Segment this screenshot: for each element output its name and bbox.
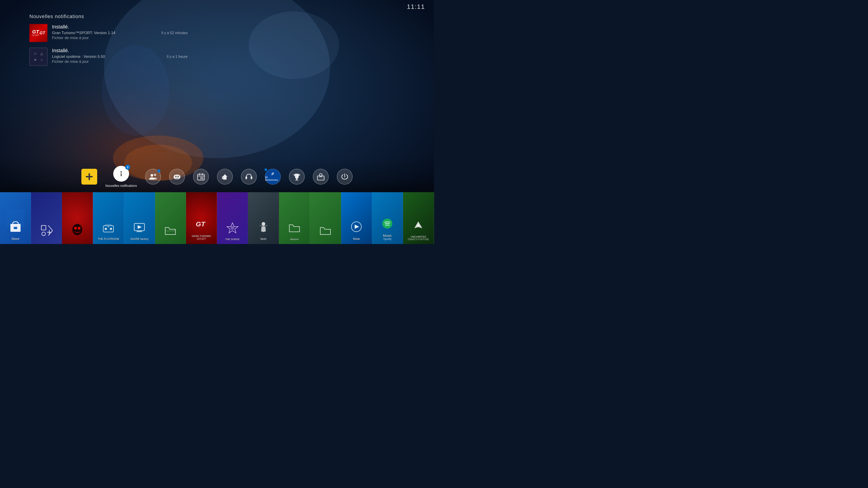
friends-online-dot	[157, 169, 160, 172]
func-item-power[interactable]	[333, 166, 357, 187]
trophy-icon	[289, 169, 305, 185]
the-surge-icon	[226, 222, 239, 236]
svg-point-15	[154, 174, 156, 176]
game-tile-gran-turismo[interactable]: GT GRAN TURISMO SPORT	[186, 192, 217, 244]
notif-icon-ps: □ △ ✕ ○	[29, 48, 48, 66]
game-tile-share-factory[interactable]: SHARE factory	[124, 192, 155, 244]
notifications-label: Nouvelles notifications	[105, 184, 137, 188]
notif-time-system: Il y a 1 heure	[167, 55, 188, 59]
game-tile-the-surge[interactable]: THE SURGE	[217, 192, 248, 244]
nioh-label: NioH	[260, 237, 267, 240]
svg-point-41	[74, 227, 77, 230]
svg-marker-57	[355, 225, 359, 229]
notif-subtitle-system: Logiciel système : Version 5.50	[52, 55, 162, 59]
svg-rect-25	[246, 176, 247, 179]
notification-item-system[interactable]: □ △ ✕ ○ Installé. Logiciel système : Ver…	[29, 48, 188, 66]
svg-text:31: 31	[200, 176, 204, 180]
notif-time-gt: Il y a 52 minutes	[161, 31, 188, 35]
func-item-toolbox[interactable]	[309, 166, 333, 187]
svg-rect-28	[295, 180, 298, 181]
notifications-badge: 2	[125, 165, 130, 170]
func-item-trophy[interactable]	[285, 166, 309, 187]
game-bar: Store	[0, 192, 434, 244]
function-bar: i 2 Nouvelles notifications	[0, 164, 434, 190]
notif-title-system: Installé.	[52, 48, 162, 54]
svg-rect-10	[86, 176, 93, 177]
svg-rect-46	[108, 226, 109, 227]
notif-subtitle-gt: Gran Turismo™SPORT: Version 1.14	[52, 31, 157, 35]
horizon-folder-icon	[288, 222, 301, 236]
game-tile-ps-now[interactable]: Now	[341, 192, 372, 244]
ps-shapes: □ △ ✕ ○	[30, 48, 47, 65]
persona5-icon	[70, 223, 84, 239]
ps-music-label: Music	[383, 234, 392, 237]
folder1-icon	[164, 224, 177, 239]
func-item-friends[interactable]	[141, 166, 165, 187]
svg-point-17	[175, 176, 177, 177]
game-tile-folder1[interactable]	[155, 192, 186, 244]
share-factory-label: SHARE factory	[130, 237, 149, 240]
svg-rect-49	[136, 231, 142, 232]
playroom-label: THE PLAYROOM	[98, 237, 119, 240]
whats-new-icon	[169, 169, 185, 185]
store-label: Store	[11, 237, 20, 240]
svg-point-12	[121, 171, 122, 173]
ps-music-sub: Spotify	[383, 237, 392, 240]
ps-now-icon	[350, 221, 363, 235]
ps-shape-square: □	[33, 51, 38, 56]
svg-point-5	[249, 11, 339, 79]
anniversary-dot	[265, 168, 267, 171]
svg-point-18	[178, 176, 179, 177]
ps-shapes-icon	[40, 224, 53, 239]
game-tile-store[interactable]: Store	[0, 192, 31, 244]
ps-now-bg	[341, 192, 372, 244]
playroom-icon	[102, 221, 115, 236]
func-item-psplus[interactable]	[77, 166, 101, 187]
psplus-icon	[81, 169, 97, 185]
svg-rect-35	[14, 227, 17, 229]
gran-turismo-label: GRAN TURISMO	[192, 235, 211, 237]
func-item-calendar[interactable]: 31	[189, 166, 213, 187]
game-tile-ps-music[interactable]: Music Spotify	[372, 192, 403, 244]
svg-point-45	[110, 228, 112, 230]
svg-point-42	[78, 227, 81, 230]
svg-rect-26	[251, 176, 252, 179]
svg-text:GT: GT	[196, 220, 206, 228]
store-icon	[9, 221, 22, 235]
svg-rect-27	[296, 179, 298, 180]
notifications-panel: Nouvelles notifications GT SPORT Install…	[29, 13, 188, 71]
game-tile-ps-menu[interactable]	[31, 192, 62, 244]
func-item-anniversary[interactable]: P 20 Anniversary	[261, 166, 285, 187]
store-bg	[0, 192, 31, 244]
game-tile-playroom[interactable]: THE PLAYROOM	[93, 192, 124, 244]
notif-detail-gt: Fichier de mise à jour	[52, 36, 157, 40]
svg-rect-36	[41, 225, 46, 230]
ps-shape-circle: ○	[39, 57, 44, 62]
top-bar: 11:11	[0, 0, 434, 13]
toolbox-icon	[313, 169, 329, 185]
ps-music-icon	[381, 217, 394, 232]
game-tile-folder2[interactable]	[310, 192, 341, 244]
nioh-bg	[248, 192, 279, 244]
game-tile-persona5[interactable]	[62, 192, 93, 244]
func-item-whats-new[interactable]	[165, 166, 189, 187]
svg-point-53	[230, 226, 234, 230]
func-item-headset[interactable]	[237, 166, 261, 187]
notif-icon-gt: GT SPORT	[29, 24, 48, 42]
svg-point-40	[72, 224, 82, 235]
game-tile-nioh[interactable]: NioH	[248, 192, 279, 244]
gran-turismo-sub: SPORT	[197, 237, 206, 240]
ps-shape-triangle: △	[39, 51, 44, 56]
nioh-icon	[257, 221, 270, 236]
playroom-bg	[93, 192, 124, 244]
notif-detail-system: Fichier de mise à jour	[52, 59, 162, 64]
game-tile-uncharted[interactable]: UNCHARTED DRAKE'S FORTUNE	[403, 192, 434, 244]
anniversary-icon: P 20 Anniversary	[265, 169, 281, 185]
notif-title-gt: Installé.	[52, 24, 157, 30]
func-item-notifications[interactable]: i 2 Nouvelles notifications	[101, 164, 141, 190]
func-item-feedback[interactable]	[213, 166, 237, 187]
clock-display: 11:11	[407, 3, 425, 10]
game-tile-horizon[interactable]: Horizon	[279, 192, 310, 244]
notification-item-gt[interactable]: GT SPORT Installé. Gran Turismo™SPORT: V…	[29, 24, 188, 42]
horizon-label: Horizon	[290, 238, 299, 240]
